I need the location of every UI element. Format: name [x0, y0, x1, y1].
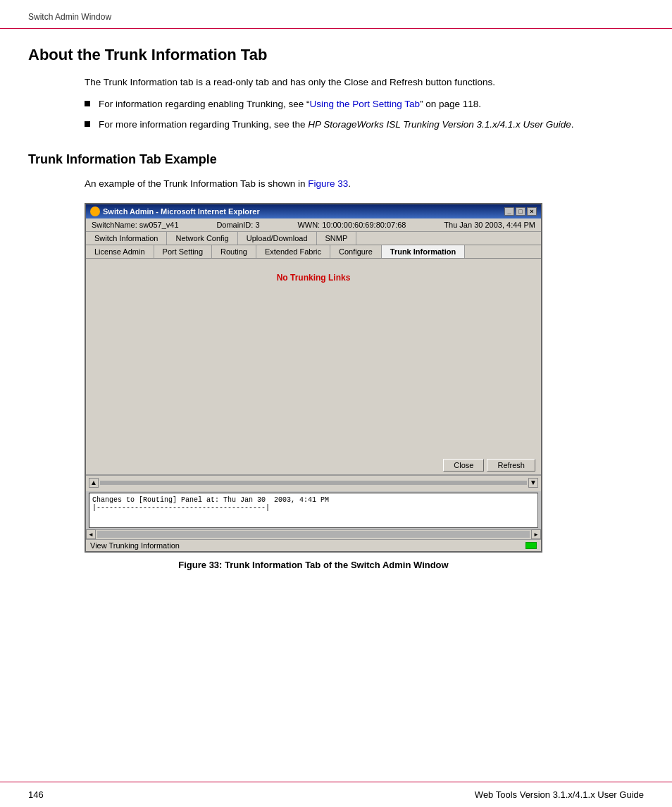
page-container: Switch Admin Window About the Trunk Info…: [0, 0, 672, 807]
timestamp: Thu Jan 30 2003, 4:44 PM: [444, 221, 535, 229]
domain-id: DomainID: 3: [216, 221, 259, 229]
bullet-item-1: For information regarding enabling Trunk…: [85, 97, 644, 112]
page-footer: 146 Web Tools Version 3.1.x/4.1.x User G…: [0, 782, 672, 807]
browser-log-area: Changes to [Routing] Panel at: Thu Jan 3…: [89, 493, 538, 528]
no-trunking-label: No Trunking Links: [93, 273, 534, 283]
switch-name: SwitchName: sw057_v41: [92, 221, 179, 229]
log-text: Changes to [Routing] Panel at: Thu Jan 3…: [92, 496, 535, 512]
bullet2-after: .: [571, 119, 574, 130]
page-header: Switch Admin Window: [0, 0, 672, 29]
content-area: About the Trunk Information Tab The Trun…: [0, 29, 672, 612]
browser-controls: _ □ ×: [504, 207, 537, 216]
status-label: View Trunking Information: [90, 541, 180, 550]
refresh-button[interactable]: Refresh: [487, 459, 535, 472]
browser-content: No Trunking Links: [86, 259, 541, 456]
tab-license-admin[interactable]: License Admin: [86, 245, 154, 258]
vscroll-track: [100, 481, 527, 485]
scroll-up-button[interactable]: ▲: [89, 478, 99, 488]
section1-heading: About the Trunk Information Tab: [28, 46, 644, 64]
browser-hscroll: ◄ ►: [86, 529, 541, 539]
bullet-text-1: For information regarding enabling Trunk…: [99, 97, 644, 112]
section1-intro: The Trunk Information tab is a read-only…: [85, 75, 644, 90]
browser-window: Switch Admin - Microsoft Internet Explor…: [85, 203, 542, 553]
bullet2-italic: HP StorageWorks ISL Trunking Version 3.1…: [308, 119, 571, 130]
bullet-icon-1: [85, 101, 90, 106]
bullet-icon-2: [85, 121, 90, 127]
section2-intro-before: An example of the Trunk Information Tab …: [85, 178, 308, 189]
wwn: WWN: 10:00:00:60:69:80:07:68: [297, 221, 406, 229]
browser-info-bar: SwitchName: sw057_v41 DomainID: 3 WWN: 1…: [86, 218, 541, 232]
tab-switch-information[interactable]: Switch Information: [86, 232, 167, 245]
tab-port-setting[interactable]: Port Setting: [154, 245, 212, 258]
hscroll-right[interactable]: ►: [531, 529, 541, 539]
tab-configure[interactable]: Configure: [330, 245, 382, 258]
status-green-indicator: [525, 542, 537, 549]
tab-routing[interactable]: Routing: [212, 245, 256, 258]
footer-guide-title: Web Tools Version 3.1.x/4.1.x User Guide: [475, 789, 644, 800]
tab-upload-download[interactable]: Upload/Download: [238, 232, 317, 245]
maximize-button[interactable]: □: [516, 207, 525, 216]
tab-extended-fabric[interactable]: Extended Fabric: [256, 245, 330, 258]
scroll-down-button[interactable]: ▼: [528, 478, 538, 488]
figure33-link[interactable]: Figure 33: [308, 178, 348, 189]
browser-icon: [90, 207, 100, 216]
browser-title: Switch Admin - Microsoft Internet Explor…: [103, 207, 260, 216]
minimize-button[interactable]: _: [504, 207, 514, 216]
scrollbar-area: ▲ ▼: [86, 474, 541, 491]
browser-titlebar: Switch Admin - Microsoft Internet Explor…: [86, 204, 541, 218]
hscroll-left[interactable]: ◄: [86, 529, 96, 539]
tabs-row2: License Admin Port Setting Routing Exten…: [86, 245, 541, 259]
bullet-list: For information regarding enabling Trunk…: [85, 97, 644, 133]
hscroll-track: [97, 531, 530, 538]
section2-intro: An example of the Trunk Information Tab …: [85, 177, 644, 192]
bullet2-before: For more information regarding Trunking,…: [99, 119, 308, 130]
close-browser-button[interactable]: Close: [443, 459, 484, 472]
section2-heading: Trunk Information Tab Example: [28, 152, 644, 167]
tabs-row1: Switch Information Network Config Upload…: [86, 232, 541, 245]
bullet-item-2: For more information regarding Trunking,…: [85, 118, 644, 133]
tab-trunk-information[interactable]: Trunk Information: [382, 245, 466, 258]
browser-statusbar: View Trunking Information: [86, 539, 541, 551]
bullet-text-2: For more information regarding Trunking,…: [99, 118, 644, 133]
tab-snmp[interactable]: SNMP: [317, 232, 357, 245]
header-label: Switch Admin Window: [28, 12, 111, 22]
port-setting-link[interactable]: Using the Port Setting Tab: [309, 99, 420, 109]
tab-network-config[interactable]: Network Config: [167, 232, 237, 245]
section2-intro-after: .: [348, 178, 351, 189]
browser-button-row: Close Refresh: [86, 456, 541, 474]
bullet1-before: For information regarding enabling Trunk…: [99, 99, 309, 109]
bullet1-after: ” on page 118.: [420, 99, 481, 109]
footer-page-number: 146: [28, 789, 44, 800]
figure-caption: Figure 33: Trunk Information Tab of the …: [85, 560, 542, 570]
close-button[interactable]: ×: [527, 207, 537, 216]
browser-title-text: Switch Admin - Microsoft Internet Explor…: [90, 207, 260, 216]
